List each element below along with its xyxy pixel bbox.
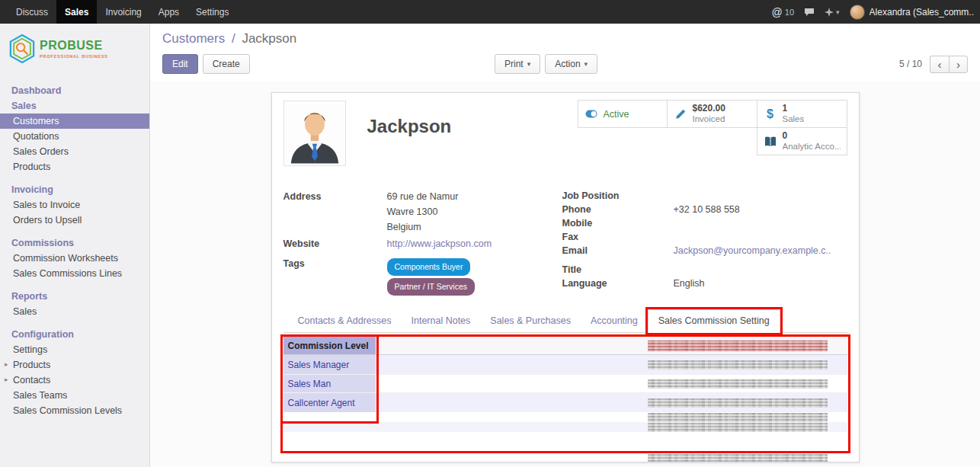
tag-components-buyer[interactable]: Components Buyer xyxy=(387,258,471,276)
menu-invoicing[interactable]: Invoicing xyxy=(97,0,149,24)
language-value[interactable]: English xyxy=(674,277,705,290)
email-link[interactable]: Jackpson@yourcompany.example.c.. xyxy=(674,244,831,257)
redacted-cells xyxy=(648,413,828,422)
tags-field[interactable]: Components Buyer Partner / IT Services xyxy=(387,256,476,296)
tab-sales-purchases[interactable]: Sales & Purchases xyxy=(480,310,581,332)
sidebar-item-commission-worksheets[interactable]: Commission Worksheets xyxy=(0,251,149,266)
sidebar-item-products[interactable]: Products xyxy=(0,159,149,174)
sidebar-item-sales-commission-levels[interactable]: Sales Commission Levels xyxy=(0,403,149,418)
menu-sales[interactable]: Sales xyxy=(56,0,97,24)
mobile-label: Mobile xyxy=(562,216,674,230)
table-row[interactable]: Callcenter Agent xyxy=(283,393,847,412)
invoiced-stat-button[interactable]: $620.00 Invoiced xyxy=(667,100,757,128)
chat-bubble-icon xyxy=(804,8,815,17)
active-toggle-icon xyxy=(584,110,598,118)
sidebar-item-label: Products xyxy=(13,360,50,370)
create-button[interactable]: Create xyxy=(203,54,250,74)
fax-label: Fax xyxy=(562,230,674,244)
print-label: Print xyxy=(504,59,524,69)
column-header-commission-level[interactable]: Commission Level xyxy=(283,337,376,354)
print-dropdown-button[interactable]: Print▾ xyxy=(495,54,540,74)
active-stat-button[interactable]: Active xyxy=(578,100,668,128)
sidebar-section-sales[interactable]: Sales xyxy=(0,98,149,114)
website-link[interactable]: http://www.jackpson.com xyxy=(387,236,492,251)
caret-down-icon: ▾ xyxy=(584,60,588,68)
phone-value[interactable]: +32 10 588 558 xyxy=(674,203,740,216)
sales-stat-button[interactable]: $ 1 Sales xyxy=(757,100,847,128)
sparkle-icon xyxy=(825,8,834,17)
menu-settings[interactable]: Settings xyxy=(187,0,237,24)
caret-down-icon: ▾ xyxy=(836,8,840,16)
user-menu[interactable]: Alexandra (Sales_comm.. xyxy=(850,5,974,20)
systray-menu-button[interactable]: ▾ xyxy=(825,8,840,17)
tag-partner-it-services[interactable]: Partner / IT Services xyxy=(387,278,476,296)
menu-apps[interactable]: Apps xyxy=(150,0,187,24)
field-group-left: Address 69 rue de Namur Wavre 1300 Belgi… xyxy=(283,189,562,296)
breadcrumb-separator: / xyxy=(232,31,235,46)
control-panel: Customers / Jackpson Edit Create Print▾ … xyxy=(150,24,980,82)
tab-accounting[interactable]: Accounting xyxy=(581,310,648,332)
action-dropdown-button[interactable]: Action▾ xyxy=(545,54,597,74)
tab-contacts-addresses[interactable]: Contacts & Addresses xyxy=(288,310,402,332)
sidebar-item-sales-orders[interactable]: Sales Orders xyxy=(0,144,149,159)
breadcrumb-customers-link[interactable]: Customers xyxy=(162,31,225,46)
tab-sales-commission-setting[interactable]: Sales Commission Setting xyxy=(648,309,780,333)
sidebar-item-label: Contacts xyxy=(13,375,50,385)
user-avatar xyxy=(850,5,865,20)
menu-discuss[interactable]: Discuss xyxy=(8,0,56,24)
invoiced-amount: $620.00 xyxy=(693,104,725,114)
mentions-button[interactable]: @ 10 xyxy=(772,6,794,18)
sidebar-section-commissions[interactable]: Commissions xyxy=(0,235,149,251)
sidebar-item-reports-sales[interactable]: Sales xyxy=(0,304,149,319)
sidebar-item-quotations[interactable]: Quotations xyxy=(0,129,149,144)
customer-form-sheet: Jackpson Active xyxy=(271,92,860,462)
address-city: Wavre 1300 xyxy=(387,204,459,219)
sidebar-item-customers[interactable]: Customers xyxy=(0,114,149,129)
sidebar-item-sales-teams[interactable]: Sales Teams xyxy=(0,388,149,403)
sidebar-section-configuration[interactable]: Configuration xyxy=(0,327,149,342)
brand-text: PROBUSE PROFESSIONAL BUSINESS xyxy=(40,40,108,59)
edit-button[interactable]: Edit xyxy=(162,54,198,74)
commission-level-cell[interactable]: Callcenter Agent xyxy=(283,393,376,412)
contact-photo[interactable] xyxy=(283,101,346,166)
sidebar-section-invoicing[interactable]: Invoicing xyxy=(0,182,149,197)
messages-button[interactable] xyxy=(804,8,815,17)
table-footer-row xyxy=(283,452,847,462)
sidebar-item-dashboard[interactable]: Dashboard xyxy=(0,83,149,98)
tab-internal-notes[interactable]: Internal Notes xyxy=(401,310,480,332)
dropdown-group: Print▾ Action▾ xyxy=(495,54,597,74)
table-row-empty xyxy=(283,422,847,432)
systray: @ 10 ▾ Alexandra (Sales_comm.. xyxy=(772,0,980,24)
website-label: Website xyxy=(283,236,387,251)
analytic-accounts-stat-button[interactable]: 0 Analytic Acco... xyxy=(757,127,847,155)
language-label: Language xyxy=(562,277,674,290)
table-header-row: Commission Level xyxy=(283,337,847,355)
brand-logo[interactable]: PROBUSE PROFESSIONAL BUSINESS xyxy=(0,24,149,75)
table-row[interactable]: Sales Manager xyxy=(283,355,847,374)
sales-count: 1 xyxy=(783,104,805,114)
form-view-container: Jackpson Active xyxy=(150,82,980,467)
commission-table: Commission Level Sales Manager Sales Man xyxy=(283,337,847,462)
sidebar-item-settings[interactable]: Settings xyxy=(0,342,149,357)
top-navbar: Discuss Sales Invoicing Apps Settings @ … xyxy=(0,0,980,24)
sheet-header: Jackpson Active xyxy=(283,101,847,166)
sidebar-item-config-contacts[interactable]: ▸Contacts xyxy=(0,373,149,388)
pager-previous-button[interactable]: ‹ xyxy=(930,56,949,73)
pager-counter: 5 / 10 xyxy=(899,59,922,69)
sidebar-item-config-products[interactable]: ▸Products xyxy=(0,357,149,373)
sidebar-item-orders-to-upsell[interactable]: Orders to Upsell xyxy=(0,213,149,228)
address-street: 69 rue de Namur xyxy=(387,189,459,204)
pencil-icon xyxy=(674,109,687,120)
pager-next-button[interactable]: › xyxy=(949,56,968,73)
hexagon-magnifier-icon xyxy=(9,34,35,63)
sidebar-section-reports[interactable]: Reports xyxy=(0,289,149,304)
address-value[interactable]: 69 rue de Namur Wavre 1300 Belgium xyxy=(387,189,459,235)
mention-count-badge: 10 xyxy=(785,8,794,17)
caret-down-icon: ▾ xyxy=(527,60,531,68)
commission-level-cell[interactable]: Sales Manager xyxy=(283,355,376,374)
sidebar-item-sales-to-invoice[interactable]: Sales to Invoice xyxy=(0,197,149,213)
sidebar-item-sales-commissions-lines[interactable]: Sales Commissions Lines xyxy=(0,266,149,281)
action-label: Action xyxy=(555,59,580,69)
commission-level-cell[interactable]: Sales Man xyxy=(283,375,376,392)
table-row[interactable]: Sales Man xyxy=(283,374,847,393)
